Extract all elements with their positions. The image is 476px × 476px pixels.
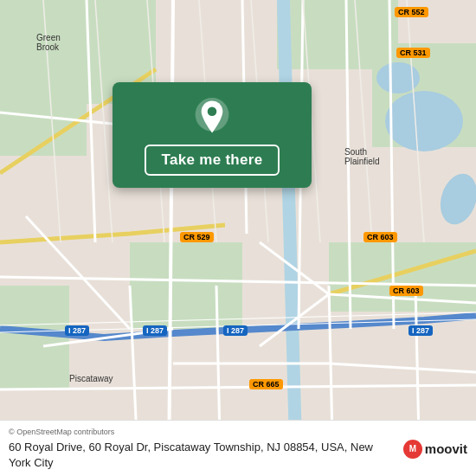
moovit-icon: M bbox=[403, 440, 422, 459]
shield-cr665: CR 665 bbox=[249, 379, 283, 389]
bottom-bar: © OpenStreetMap contributors 60 Royal Dr… bbox=[0, 420, 476, 476]
shield-cr531: CR 531 bbox=[396, 48, 430, 58]
map-label-greenbrook: GreenBrook bbox=[36, 33, 61, 52]
location-pin-icon bbox=[193, 98, 231, 136]
svg-point-1 bbox=[208, 107, 217, 117]
address-text: 60 Royal Drive, 60 Royal Dr, Piscataway … bbox=[9, 440, 396, 471]
shield-i287-2: I 287 bbox=[143, 325, 167, 336]
shield-cr552: CR 552 bbox=[395, 7, 428, 17]
shield-cr603-1: CR 603 bbox=[363, 232, 397, 242]
moovit-logo: M moovit bbox=[403, 440, 467, 459]
shield-cr603-2: CR 603 bbox=[389, 286, 423, 296]
take-me-there-button[interactable]: Take me there bbox=[145, 145, 280, 176]
moovit-text: moovit bbox=[425, 441, 467, 456]
map-label-piscataway: Piscataway bbox=[69, 374, 113, 383]
shield-i287-4: I 287 bbox=[408, 325, 433, 336]
shield-i287-3: I 287 bbox=[223, 325, 248, 336]
map-background bbox=[0, 0, 476, 476]
shield-cr529: CR 529 bbox=[180, 232, 214, 242]
map-container: GreenBrook SouthPlainfield Piscataway CR… bbox=[0, 0, 476, 476]
shield-i287-1: I 287 bbox=[65, 325, 89, 336]
map-label-southplainsfield: SouthPlainfield bbox=[344, 147, 380, 166]
attribution: © OpenStreetMap contributors bbox=[9, 428, 467, 436]
cta-overlay: Take me there bbox=[113, 82, 312, 188]
